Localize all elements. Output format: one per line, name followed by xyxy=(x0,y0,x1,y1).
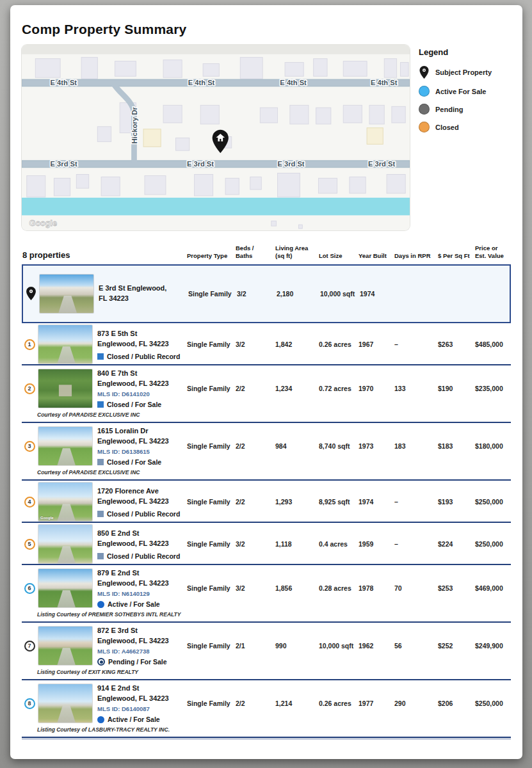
col-year-built: Year Built xyxy=(359,252,394,260)
col-price: Price or Est. Value xyxy=(475,244,511,260)
status-badge: Closed / Public Record xyxy=(97,510,182,518)
property-photo xyxy=(38,627,92,665)
map-canvas: E 4th St E 4th St E 4th St E 4th St E 3r… xyxy=(22,45,410,230)
cell-price: $469,000 xyxy=(475,584,511,592)
status-badge: Active / For Sale xyxy=(97,716,182,723)
cell-area: 1,214 xyxy=(275,700,319,707)
cell-lot: 0.4 acres xyxy=(319,540,359,548)
property-city: Englewood, FL 34223 xyxy=(97,579,182,589)
legend-item-pending: Pending xyxy=(419,104,511,115)
comp-table: 8 properties Property Type Beds / Baths … xyxy=(22,244,511,738)
svg-text:E 4th St: E 4th St xyxy=(280,79,307,86)
cell-lot: 0.28 acres xyxy=(319,584,359,592)
legend-item-closed: Closed xyxy=(419,122,511,132)
subject-lot: 10,000 sqft xyxy=(320,290,360,298)
property-address[interactable]: 914 E 2nd St xyxy=(97,684,182,694)
cell-ppsf: $224 xyxy=(438,540,475,548)
legend-item-active: Active For Sale xyxy=(419,86,511,97)
pending-circle-icon xyxy=(419,104,430,115)
subject-property-row[interactable]: E 3rd St Englewood, FL 34223 Single Fami… xyxy=(22,264,511,323)
table-row[interactable]: 5 850 E 2nd St Englewood, FL 34223 Close… xyxy=(22,523,511,565)
table-row[interactable]: 7 872 E 3rd St Englewood, FL 34223 MLS I… xyxy=(22,623,511,680)
cell-beds: 2/2 xyxy=(236,498,275,506)
property-address[interactable]: 872 E 3rd St xyxy=(97,626,182,636)
subject-pin-icon xyxy=(419,66,430,79)
property-count: 8 properties xyxy=(22,250,187,260)
cell-year: 1977 xyxy=(359,700,394,707)
courtesy-line: Listing Courtesy of EXIT KING REALTY xyxy=(22,668,511,679)
cell-type: Single Family xyxy=(187,540,236,548)
cell-lot: 0.72 acres xyxy=(319,385,359,392)
status-badge: Closed / For Sale xyxy=(97,458,182,466)
col-beds-baths: Beds / Baths xyxy=(236,244,275,260)
subject-area: 2,180 xyxy=(277,290,320,298)
status-badge: Closed / Public Record xyxy=(97,552,182,560)
closed-square-icon xyxy=(97,553,104,559)
cell-beds: 2/2 xyxy=(236,700,275,707)
property-address[interactable]: 850 E 2nd St xyxy=(97,529,182,539)
property-city: Englewood, FL 34223 xyxy=(97,379,182,389)
property-number-badge: 4 xyxy=(24,497,35,508)
cell-type: Single Family xyxy=(187,584,236,592)
mls-id: MLS ID: A4662738 xyxy=(97,648,182,655)
cell-days: 133 xyxy=(394,385,438,392)
property-address[interactable]: 879 E 2nd St xyxy=(97,568,182,579)
cell-area: 1,118 xyxy=(275,540,319,548)
property-photo xyxy=(38,684,92,723)
table-row[interactable]: 4 Google 1720 Florence Ave Englewood, FL… xyxy=(22,481,511,523)
cell-days: – xyxy=(394,540,438,548)
property-number-badge: 5 xyxy=(24,539,35,550)
cell-beds: 2/1 xyxy=(236,642,275,650)
cell-lot: 0.26 acres xyxy=(319,700,359,707)
subject-type: Single Family xyxy=(188,290,237,298)
property-address[interactable]: 1615 Loralin Dr xyxy=(97,426,182,436)
property-photo xyxy=(38,569,92,607)
property-address[interactable]: 1720 Florence Ave xyxy=(97,486,182,497)
subject-photo xyxy=(40,275,93,313)
subject-pin-icon xyxy=(23,287,38,300)
closed-square-icon xyxy=(97,459,104,465)
cell-type: Single Family xyxy=(187,340,236,348)
cell-price: $180,000 xyxy=(475,442,511,450)
table-row[interactable]: 8 914 E 2nd St Englewood, FL 34223 MLS I… xyxy=(22,680,511,738)
cell-area: 1,842 xyxy=(275,340,319,348)
cell-days: – xyxy=(394,340,438,348)
table-row[interactable]: 2 840 E 7th St Englewood, FL 34223 MLS I… xyxy=(22,365,511,423)
table-row[interactable]: 3 1615 Loralin Dr Englewood, FL 34223 ML… xyxy=(22,423,511,481)
map-legend: Legend Subject Property Active For Sale … xyxy=(410,45,511,230)
cell-days: 290 xyxy=(394,700,438,707)
property-city: Englewood, FL 34223 xyxy=(97,694,182,704)
mls-id: MLS ID: D6138615 xyxy=(97,448,182,455)
property-address[interactable]: 873 E 5th St xyxy=(97,329,182,339)
cell-price: $250,000 xyxy=(475,700,511,707)
col-living-area: Living Area (sq ft) xyxy=(275,244,319,260)
cell-ppsf: $183 xyxy=(438,442,475,450)
property-photo xyxy=(38,427,92,465)
status-badge: Active / For Sale xyxy=(97,600,182,608)
cell-price: $249,900 xyxy=(475,642,511,650)
svg-text:E 3rd St: E 3rd St xyxy=(187,160,214,168)
table-row[interactable]: 6 879 E 2nd St Englewood, FL 34223 MLS I… xyxy=(22,565,511,623)
courtesy-line: Listing Courtesy of PREMIER SOTHEBYS INT… xyxy=(22,610,511,621)
comp-map[interactable]: E 4th St E 4th St E 4th St E 4th St E 3r… xyxy=(22,45,410,230)
cell-price: $250,000 xyxy=(475,498,511,506)
property-number-badge: 2 xyxy=(24,383,35,394)
subject-address: E 3rd St Englewood, xyxy=(99,284,183,294)
cell-lot: 8,740 sqft xyxy=(319,442,359,450)
property-city: Englewood, FL 34223 xyxy=(97,636,182,646)
property-city: Englewood, FL 34223 xyxy=(97,339,182,349)
cell-ppsf: $253 xyxy=(438,584,475,592)
active-circle-icon xyxy=(97,601,104,608)
svg-text:E 4th St: E 4th St xyxy=(371,79,398,86)
cell-beds: 2/2 xyxy=(236,385,275,392)
cell-area: 984 xyxy=(275,442,319,450)
table-row[interactable]: 1 873 E 5th St Englewood, FL 34223 Close… xyxy=(22,323,511,365)
cell-beds: 3/2 xyxy=(236,584,275,592)
property-address[interactable]: 840 E 7th St xyxy=(97,369,182,379)
cell-area: 1,856 xyxy=(275,584,319,592)
cell-beds: 2/2 xyxy=(236,442,275,450)
closed-circle-icon xyxy=(419,122,430,132)
active-circle-icon xyxy=(419,86,430,97)
cell-year: 1973 xyxy=(359,442,394,450)
cell-type: Single Family xyxy=(187,700,236,707)
